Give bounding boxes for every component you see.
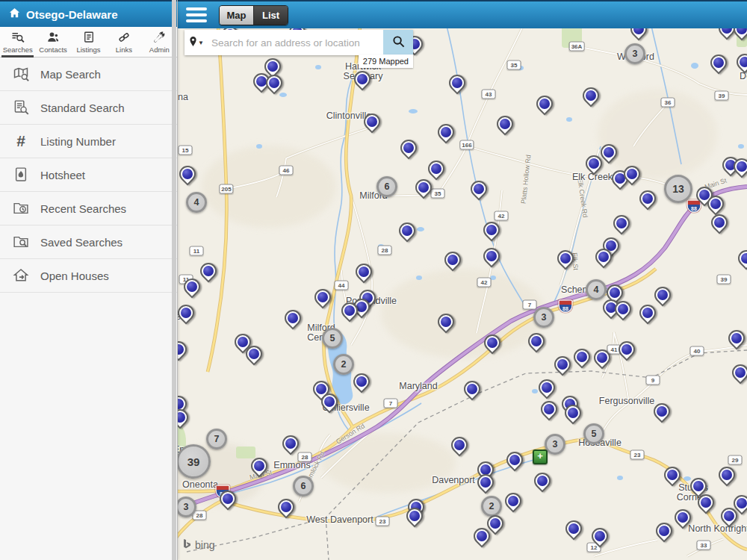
listing-cluster[interactable]: 6 — [376, 176, 397, 197]
listing-cluster[interactable]: 3 — [533, 307, 554, 328]
listing-pin[interactable] — [574, 349, 590, 370]
listing-cluster[interactable]: 5 — [322, 328, 343, 349]
listing-pin[interactable] — [444, 252, 461, 273]
listing-pin[interactable] — [664, 467, 681, 488]
sidebar-item-map-search[interactable]: Map Search — [0, 57, 177, 91]
listing-pin[interactable] — [438, 314, 454, 335]
listing-pin[interactable] — [707, 196, 724, 217]
listing-pin[interactable] — [200, 263, 217, 284]
listing-pin[interactable] — [594, 349, 610, 370]
listing-pin[interactable] — [592, 528, 608, 549]
listing-pin[interactable] — [619, 341, 635, 362]
listing-cluster[interactable]: 3 — [624, 43, 645, 64]
listing-pin[interactable] — [738, 250, 747, 271]
listing-pin[interactable] — [251, 458, 267, 479]
listing-pin[interactable] — [541, 401, 557, 422]
listing-pin[interactable] — [449, 75, 465, 96]
listing-cluster[interactable]: 5 — [583, 423, 604, 444]
listing-pin[interactable] — [474, 528, 490, 549]
listing-pin[interactable] — [613, 215, 630, 236]
sidebar-item-standard-search[interactable]: Standard Search — [0, 91, 177, 125]
listing-pin[interactable] — [483, 222, 500, 243]
sidebar-item-open-houses[interactable]: Open Houses — [0, 259, 177, 293]
sidebar-item-listing-number[interactable]: #Listing Number — [0, 125, 177, 158]
listing-pin[interactable] — [728, 330, 745, 351]
add-listing-marker[interactable]: + — [533, 449, 548, 464]
listing-pin[interactable] — [282, 435, 299, 456]
listing-pin[interactable] — [528, 333, 545, 354]
listing-pin[interactable] — [266, 75, 282, 96]
listing-pin[interactable] — [497, 116, 513, 137]
listing-pin[interactable] — [220, 491, 236, 511]
listing-cluster[interactable]: 4 — [186, 192, 207, 213]
listing-pin[interactable] — [399, 223, 415, 243]
home-icon[interactable] — [9, 7, 20, 22]
listing-pin[interactable] — [246, 346, 262, 367]
listing-cluster[interactable]: 6 — [293, 476, 314, 497]
listing-pin[interactable] — [341, 302, 358, 323]
search-input[interactable] — [208, 30, 383, 55]
listing-pin[interactable] — [595, 249, 612, 270]
listing-pin[interactable] — [314, 289, 331, 310]
tab-admin[interactable]: Admin — [142, 27, 177, 57]
list-view-button[interactable]: List — [254, 6, 288, 25]
listing-pin[interactable] — [415, 179, 432, 200]
sidebar-item-recent-searches[interactable]: Recent Searches — [0, 192, 177, 225]
listing-pin[interactable] — [698, 494, 714, 515]
listing-pin[interactable] — [354, 71, 371, 92]
listing-pin[interactable] — [428, 161, 444, 181]
listing-pin[interactable] — [601, 144, 617, 165]
listing-pin[interactable] — [356, 264, 372, 284]
listing-cluster[interactable]: 2 — [333, 354, 354, 375]
listing-pin[interactable] — [506, 452, 523, 473]
listing-pin[interactable] — [675, 509, 691, 530]
listing-cluster[interactable]: 39 — [176, 444, 211, 479]
menu-hamburger-icon[interactable] — [186, 7, 207, 22]
listing-pin[interactable] — [438, 124, 454, 145]
listing-pin[interactable] — [477, 474, 494, 495]
listing-pin[interactable] — [554, 356, 571, 377]
listing-pin[interactable] — [451, 437, 468, 458]
tab-links[interactable]: Links — [106, 27, 141, 57]
listing-pin[interactable] — [364, 113, 380, 134]
listing-pin[interactable] — [557, 250, 574, 271]
listing-pin[interactable] — [586, 155, 602, 176]
search-button[interactable] — [383, 30, 413, 55]
listing-pin[interactable] — [732, 364, 747, 385]
listing-pin[interactable] — [624, 166, 640, 187]
listing-pin[interactable] — [464, 381, 480, 402]
listing-pin[interactable] — [734, 495, 747, 516]
listing-cluster[interactable]: 2 — [481, 496, 502, 517]
sidebar-item-saved-searches[interactable]: Saved Searches — [0, 225, 177, 259]
listing-pin[interactable] — [536, 96, 553, 116]
map-view-button[interactable]: Map — [220, 6, 254, 25]
listing-pin[interactable] — [615, 301, 631, 322]
location-type-dropdown[interactable]: ▼ — [185, 30, 208, 55]
listing-cluster[interactable]: 13 — [664, 175, 692, 203]
listing-pin[interactable] — [534, 473, 551, 494]
listing-pin[interactable] — [639, 305, 656, 326]
listing-pin[interactable] — [484, 335, 500, 355]
listing-pin[interactable] — [184, 279, 200, 299]
listing-pin[interactable] — [353, 373, 370, 394]
listing-pin[interactable] — [321, 393, 338, 414]
listing-pin[interactable] — [711, 214, 728, 235]
listing-cluster[interactable]: 4 — [586, 279, 607, 300]
listing-cluster[interactable]: 7 — [206, 429, 227, 449]
listing-pin[interactable] — [406, 508, 423, 529]
listing-pin[interactable] — [179, 166, 196, 187]
listing-pin[interactable] — [710, 55, 727, 75]
sidebar-item-hotsheet[interactable]: Hotsheet — [0, 158, 177, 192]
listing-pin[interactable] — [734, 158, 747, 179]
listing-pin[interactable] — [278, 499, 294, 520]
tab-searches[interactable]: Searches — [0, 27, 35, 57]
listing-pin[interactable] — [483, 248, 500, 269]
listing-pin[interactable] — [654, 403, 670, 424]
listing-pin[interactable] — [737, 54, 747, 75]
listing-pin[interactable] — [471, 181, 487, 202]
listing-cluster[interactable]: 3 — [176, 497, 196, 517]
listing-cluster[interactable]: 3 — [545, 434, 565, 455]
tab-listings[interactable]: Listings — [71, 27, 106, 57]
listing-pin[interactable] — [656, 523, 672, 544]
tab-contacts[interactable]: Contacts — [35, 27, 70, 57]
